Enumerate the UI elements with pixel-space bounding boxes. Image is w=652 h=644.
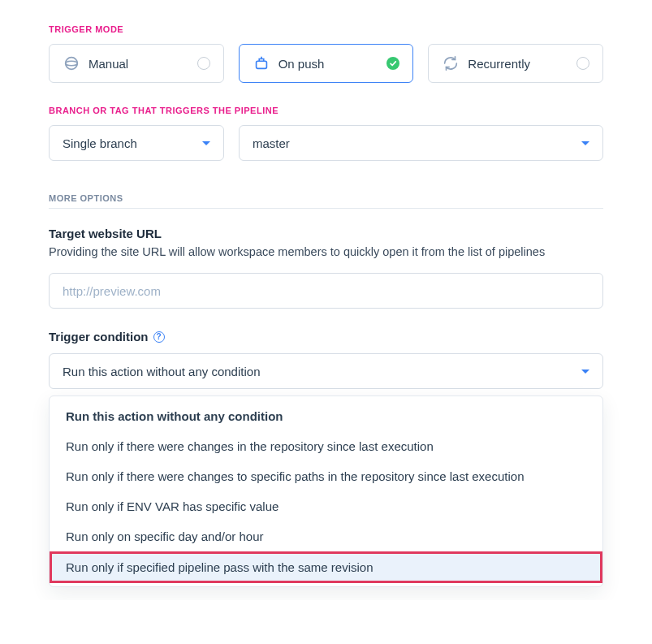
- trigger-mode-manual-label: Manual: [89, 57, 189, 71]
- radio-unchecked-icon: [197, 57, 210, 70]
- branch-name-select[interactable]: master: [239, 125, 603, 161]
- branch-type-value: Single branch: [63, 136, 137, 150]
- trigger-condition-dropdown: Run this action without any condition Ru…: [49, 395, 603, 587]
- branch-select-row: Single branch master: [49, 125, 603, 161]
- branch-name-value: master: [253, 136, 290, 150]
- recurrent-icon: [442, 54, 460, 72]
- svg-point-0: [66, 58, 78, 70]
- branch-section-label: BRANCH OR TAG THAT TRIGGERS THE PIPELINE: [49, 106, 603, 115]
- dropdown-item-highlighted[interactable]: Run only if specified pipeline pass with…: [50, 551, 602, 583]
- help-icon[interactable]: ?: [153, 331, 165, 343]
- trigger-mode-manual[interactable]: Manual: [49, 44, 224, 83]
- dropdown-item[interactable]: Run this action without any condition: [50, 401, 602, 431]
- trigger-condition-title: Trigger condition: [49, 330, 149, 344]
- dropdown-item[interactable]: Run only on specific day and/or hour: [50, 521, 602, 551]
- trigger-mode-options: Manual On push Recurrently: [49, 44, 603, 83]
- trigger-mode-recurrently[interactable]: Recurrently: [428, 44, 603, 83]
- target-url-input[interactable]: [49, 273, 603, 309]
- trigger-condition-value: Run this action without any condition: [63, 365, 260, 378]
- chevron-down-icon: [581, 141, 589, 145]
- dropdown-item[interactable]: Run only if there were changes to specif…: [50, 461, 602, 491]
- more-options-label: MORE OPTIONS: [49, 193, 603, 209]
- check-icon: [386, 57, 399, 70]
- dropdown-item[interactable]: Run only if ENV VAR has specific value: [50, 491, 602, 521]
- trigger-mode-onpush[interactable]: On push: [239, 44, 414, 83]
- chevron-down-icon: [581, 370, 589, 374]
- svg-point-1: [66, 61, 78, 66]
- radio-unchecked-icon: [576, 57, 589, 70]
- trigger-mode-label: TRIGGER MODE: [49, 24, 603, 34]
- trigger-mode-recurrently-label: Recurrently: [468, 57, 568, 71]
- trigger-mode-onpush-label: On push: [279, 57, 379, 71]
- dropdown-item[interactable]: Run only if there were changes in the re…: [50, 431, 602, 461]
- chevron-down-icon: [202, 141, 210, 145]
- manual-icon: [63, 54, 80, 72]
- target-url-title: Target website URL: [49, 227, 603, 240]
- push-icon: [253, 54, 270, 72]
- svg-rect-2: [256, 61, 266, 68]
- target-url-desc: Providing the site URL will allow worksp…: [49, 245, 603, 258]
- branch-type-select[interactable]: Single branch: [49, 125, 224, 161]
- trigger-condition-select[interactable]: Run this action without any condition: [49, 353, 603, 389]
